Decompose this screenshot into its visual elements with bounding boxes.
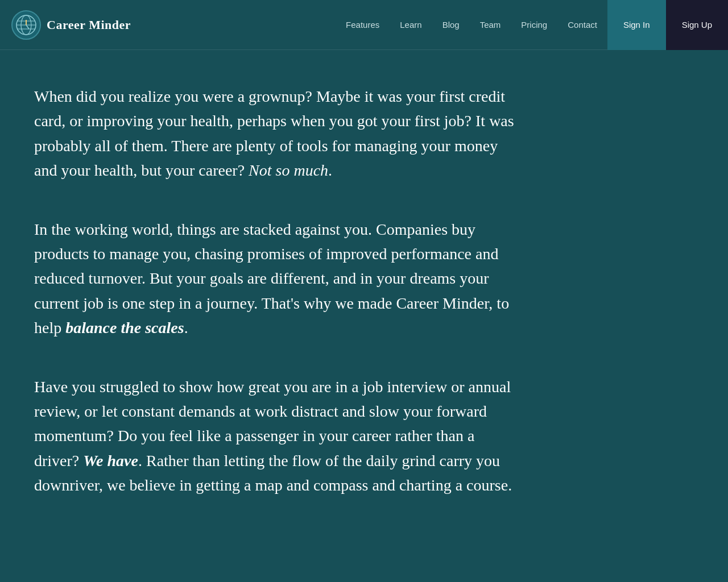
nav-contact[interactable]: Contact: [557, 0, 607, 50]
nav-learn[interactable]: Learn: [390, 0, 432, 50]
paragraph-1-italic: Not so much: [249, 161, 328, 179]
paragraph-2: In the working world, things are stacked…: [34, 217, 523, 340]
paragraph-2-italic: balance the scales: [65, 319, 184, 336]
nav-features[interactable]: Features: [336, 0, 390, 50]
logo-text: Career Minder: [47, 18, 131, 32]
auth-area: Sign In Sign Up: [607, 0, 728, 50]
logo-icon: [11, 10, 41, 40]
paragraph-3: Have you struggled to show how great you…: [34, 375, 523, 498]
svg-line-6: [26, 25, 29, 29]
sign-up-button[interactable]: Sign Up: [666, 0, 728, 50]
main-content: When did you realize you were a grownup?…: [0, 50, 557, 566]
paragraph-1: When did you realize you were a grownup?…: [34, 84, 523, 183]
logo-area: Career Minder: [11, 10, 336, 40]
header: Career Minder Features Learn Blog Team P…: [0, 0, 728, 50]
paragraph-1-end: .: [328, 161, 332, 179]
sign-in-button[interactable]: Sign In: [607, 0, 666, 50]
main-nav: Features Learn Blog Team Pricing Contact: [336, 0, 607, 50]
paragraph-3-italic: We have: [83, 452, 138, 469]
nav-blog[interactable]: Blog: [432, 0, 470, 50]
paragraph-2-end: .: [184, 319, 188, 336]
nav-team[interactable]: Team: [470, 0, 511, 50]
nav-pricing[interactable]: Pricing: [511, 0, 557, 50]
